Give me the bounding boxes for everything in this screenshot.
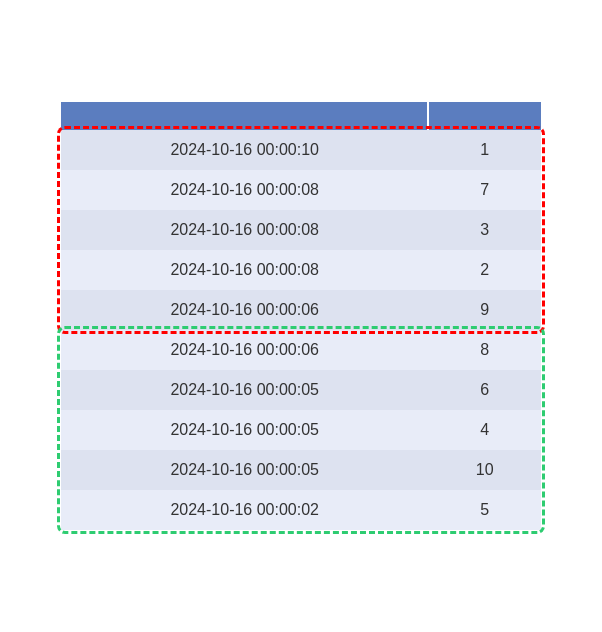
cell-no: 2: [428, 250, 541, 290]
cell-no: 7: [428, 170, 541, 210]
table-row: 2024-10-16 00:00:0510: [61, 450, 541, 490]
table-row: 2024-10-16 00:00:025: [61, 490, 541, 530]
cell-updated-at: 2024-10-16 00:00:08: [61, 250, 428, 290]
cell-no: 1: [428, 130, 541, 170]
cell-no: 8: [428, 330, 541, 370]
cell-no: 5: [428, 490, 541, 530]
cell-no: 10: [428, 450, 541, 490]
table-row: 2024-10-16 00:00:054: [61, 410, 541, 450]
cell-updated-at: 2024-10-16 00:00:08: [61, 170, 428, 210]
table-row: 2024-10-16 00:00:087: [61, 170, 541, 210]
cell-updated-at: 2024-10-16 00:00:05: [61, 450, 428, 490]
table-row: 2024-10-16 00:00:101: [61, 130, 541, 170]
table-row: 2024-10-16 00:00:082: [61, 250, 541, 290]
data-table: 2024-10-16 00:00:1012024-10-16 00:00:087…: [61, 102, 541, 530]
cell-no: 9: [428, 290, 541, 330]
table-row: 2024-10-16 00:00:068: [61, 330, 541, 370]
table-row: 2024-10-16 00:00:056: [61, 370, 541, 410]
cell-updated-at: 2024-10-16 00:00:05: [61, 410, 428, 450]
cell-updated-at: 2024-10-16 00:00:08: [61, 210, 428, 250]
cell-updated-at: 2024-10-16 00:00:05: [61, 370, 428, 410]
header-updated-at: [61, 102, 428, 130]
table-row: 2024-10-16 00:00:069: [61, 290, 541, 330]
cell-updated-at: 2024-10-16 00:00:02: [61, 490, 428, 530]
header-no: [428, 102, 541, 130]
cell-no: 6: [428, 370, 541, 410]
cell-updated-at: 2024-10-16 00:00:06: [61, 330, 428, 370]
cell-no: 4: [428, 410, 541, 450]
table-row: 2024-10-16 00:00:083: [61, 210, 541, 250]
table-container: 2024-10-16 00:00:1012024-10-16 00:00:087…: [61, 102, 541, 530]
cell-updated-at: 2024-10-16 00:00:06: [61, 290, 428, 330]
cell-updated-at: 2024-10-16 00:00:10: [61, 130, 428, 170]
cell-no: 3: [428, 210, 541, 250]
